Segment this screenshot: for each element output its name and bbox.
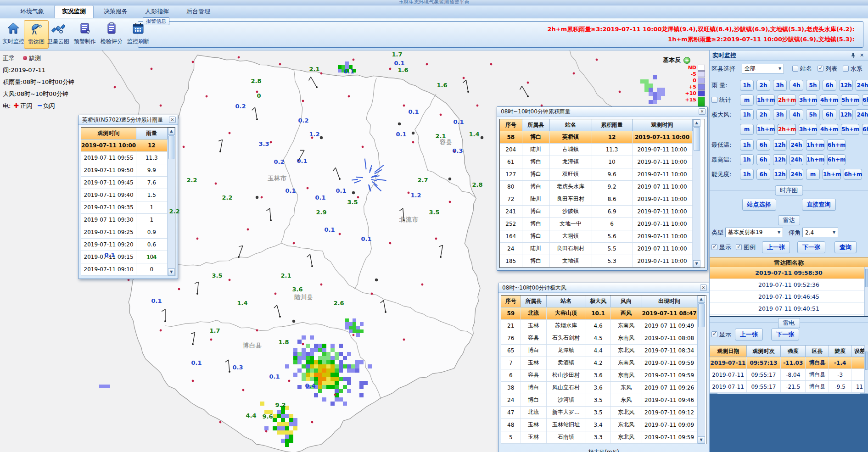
close-icon[interactable] [700,285,707,291]
table-row[interactable]: 2019-07-11 09:457.6 [81,176,167,189]
panel-close-icon[interactable]: ✕ [860,53,865,58]
period-button-4h[interactable]: 4h [790,80,803,91]
period-button-6h[interactable]: 6h [756,169,770,180]
table-row[interactable]: 2019-07-11 09:5511.3 [81,151,167,164]
scroll-up-icon[interactable]: ▲ [168,128,175,135]
show-checkbox[interactable] [711,244,717,250]
scroll-down-icon[interactable]: ▼ [698,436,705,444]
table-row[interactable]: 7玉林卖酒镇4.2东南风2019-07-11 09:59 [501,357,697,369]
period-button-4h[interactable]: 4h [790,109,803,120]
lightning-prev-button[interactable]: 上一张 [735,329,763,340]
map-canvas[interactable]: 正常缺测 间:2019-07-11 积雨量:08时~10时00分钟 大风:08时… [0,50,709,452]
radar-image-item[interactable]: 2019-07-11 09:40:51 [710,303,868,315]
table-row[interactable]: 5玉林石南镇3.3东北风2019-07-11 09:59 [501,431,697,443]
table-row[interactable]: 185博白文地镇5.32019-07-11 10:00 [500,255,692,267]
水系-checkbox[interactable] [843,66,849,72]
period-button-12h[interactable]: 12h [773,169,787,180]
table-row[interactable]: 2019-07-11 09:509.9 [81,164,167,176]
period-button-24h[interactable]: 24h [790,169,803,180]
extreme-wind-dialog[interactable]: 08时~10时00分钟极大风 序号所属县站名极大风风向出现时间59北流大容山顶1… [498,283,709,452]
column-header[interactable]: 站名 [549,119,592,131]
menu-tab-3[interactable]: 决策服务 [96,6,135,18]
period-button-1h[interactable]: 1h [740,109,754,120]
toolbar-button-home[interactable]: 实时监控 [1,20,26,49]
table-row[interactable]: 72陆川良田车田村8.62019-07-11 10:00 [500,193,692,205]
menu-tab-5[interactable]: 后台管理 [179,6,218,18]
period-button-2h[interactable]: 2h [756,80,770,91]
radar-image-item[interactable]: 2019-07-11 09:52:36 [710,279,868,291]
period-button-6h[interactable]: 6h [823,109,836,120]
period-button-3h+m[interactable]: 3h+m [799,95,817,106]
period-button-4h+m[interactable]: 4h+m [820,124,838,135]
menu-tab-4[interactable]: 人影指挥 [138,6,176,18]
period-button-3h[interactable]: 3h [773,109,787,120]
column-header[interactable]: 序号 [501,296,521,307]
period-button-12h[interactable]: 12h [839,109,853,120]
column-header[interactable]: 强度 [781,346,806,357]
站名-checkbox[interactable] [792,66,798,72]
table-row[interactable]: 80博白老虎头水库9.22019-07-11 10:00 [500,180,692,193]
toolbar-button-satellite[interactable]: 卫星云图 [46,20,71,49]
table-row[interactable]: 2019-07-11 09:250.9 [81,226,167,238]
toolbar-button-clipboard[interactable]: 检验评分 [99,20,124,49]
period-button-1h+m[interactable]: 1h+m [806,154,824,165]
table-row[interactable]: 2019-07-11 09:401.5 [81,189,167,201]
period-button-2h+m[interactable]: 2h+m [778,95,796,106]
scroll-up-icon[interactable]: ▲ [693,119,700,127]
menu-tab-1[interactable]: 环境气象 [13,6,51,18]
period-button-24h[interactable]: 24h [856,109,868,120]
stats-checkbox[interactable] [711,97,717,103]
period-button-3h+m[interactable]: 3h+m [799,124,817,135]
scroll-thumb[interactable] [168,135,174,159]
table-row[interactable]: 2019-07-11 09:100 [81,263,167,275]
period-button-5h[interactable]: 5h [806,80,820,91]
scroll-up-icon[interactable]: ▲ [698,296,705,303]
menu-tab-2[interactable]: 实况监测 [54,5,94,18]
table-row[interactable]: 2019-07-1109:55:17-8.04博白县-3 [710,369,868,381]
lightning-table-scrollbar[interactable] [864,345,868,393]
period-button-12h[interactable]: 12h [839,80,853,91]
county-dropdown[interactable]: 全部▼ [742,64,784,73]
period-button-m[interactable]: m [740,95,754,106]
toolbar-button-radar[interactable]: 雷达图 [24,20,49,49]
legend-expand-button[interactable]: + [683,57,690,64]
radar-type-dropdown[interactable]: 基本反射率19▼ [725,228,783,237]
table-row[interactable]: 2019-07-11 10:0012 [81,139,167,151]
column-header[interactable]: 序号 [500,119,522,131]
radar-image-item[interactable]: 2019-07-11 09:46:45 [710,291,868,303]
period-button-1h+m[interactable]: 1h+m [756,124,775,135]
column-header[interactable]: 观测日期 [710,346,747,357]
table-row[interactable]: 24陆川良田石垌村5.52019-07-11 10:00 [500,242,692,255]
station-select-button[interactable]: 站点选择 [742,199,776,211]
table-row[interactable]: 6容县松山沙田村3.6东南风2019-07-11 09:59 [501,369,697,381]
accumulated-rain-table[interactable]: 序号所属县站名累积雨量观测时间58博白英桥镇122019-07-11 10:00… [500,119,693,268]
period-button-12h[interactable]: 12h [773,140,787,151]
radar-next-button[interactable]: 下一张 [797,241,825,253]
列表-checkbox[interactable] [818,66,823,72]
table-row[interactable]: 252博白文地一中62019-07-11 10:00 [500,218,692,230]
radar-image-item[interactable]: 2019-07-11 09:58:30 [710,267,868,279]
dialog-scrollbar[interactable]: ▲ ▼ [693,119,700,268]
column-header[interactable]: 观测时间 [632,119,692,131]
scroll-thumb[interactable] [694,127,700,151]
period-button-12h[interactable]: 12h [773,154,787,165]
period-button-1h+m[interactable]: 1h+m [756,95,775,106]
period-button-6h+m[interactable]: 6h+m [844,169,862,180]
table-row[interactable]: 48玉林玉林站旧址3.4东北风2019-07-11 09:09 [501,419,697,431]
lightning-next-button[interactable]: 下一张 [771,329,799,340]
scroll-down-icon[interactable]: ▼ [168,268,175,276]
period-button-6h+m[interactable]: 6h+m [827,140,846,151]
scroll-thumb[interactable] [698,303,705,327]
accumulated-rain-dialog[interactable]: 08时~10时00分钟累积雨量 序号所属县站名累积雨量观测时间58博白英桥镇12… [497,106,708,271]
period-button-5h+m[interactable]: 5h+m [841,95,859,106]
table-row[interactable]: 21玉林苏烟水库4.6东南风2019-07-11 09:49 [501,319,697,332]
table-row[interactable]: 59北流大容山顶10.1西风2019-07-11 08:47 [501,307,697,319]
period-button-5h+m[interactable]: 5h+m [841,124,859,135]
period-button-6h+m[interactable]: 6h+m [862,124,868,135]
toolbar-button-calendar-refresh[interactable]: 监控刷新 [126,20,151,49]
table-row[interactable]: 2019-07-1109:57:13-11.03博白县-1.4 [710,357,868,369]
period-button-3h[interactable]: 3h [773,80,787,91]
direct-query-button[interactable]: 直接查询 [802,199,836,211]
table-row[interactable]: 38博白凤山立石村3.6东风2019-07-11 09:26 [501,381,697,394]
column-header[interactable]: 出现时间 [642,296,697,307]
